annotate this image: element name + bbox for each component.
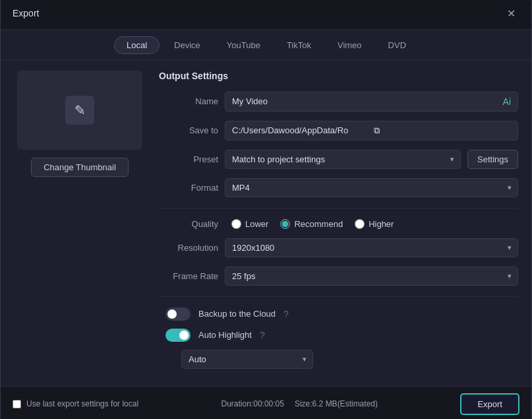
format-select-wrap: MP4 ▾: [225, 178, 518, 197]
duration-label: Duration:: [222, 399, 254, 408]
auto-highlight-slider: [165, 329, 191, 342]
frame-rate-select-wrap: 25 fps ▾: [225, 267, 518, 286]
path-value: C:/Users/Dawood/AppData/Ro: [232, 125, 370, 135]
quality-label: Quality: [159, 219, 218, 229]
left-panel: ✎ Change Thumbnail: [14, 71, 146, 375]
preset-label: Preset: [159, 154, 218, 164]
thumbnail-preview: ✎: [17, 71, 142, 150]
quality-lower-radio[interactable]: [231, 219, 241, 229]
tab-tiktok[interactable]: TikTok: [275, 37, 323, 53]
name-row: Name Ai: [159, 92, 518, 112]
auto-select[interactable]: Auto: [181, 350, 313, 369]
quality-recommend[interactable]: Recommend: [280, 219, 343, 229]
auto-highlight-toggle[interactable]: [165, 329, 191, 342]
export-button[interactable]: Export: [460, 393, 519, 415]
quality-higher[interactable]: Higher: [355, 219, 394, 229]
name-label: Name: [159, 96, 218, 106]
size-value: 6.2 MB(Estimated): [312, 399, 378, 408]
footer: Use last export settings for local Durat…: [1, 386, 531, 420]
auto-select-wrap: Auto ▾: [181, 350, 313, 369]
auto-highlight-row: Auto Highlight ?: [159, 329, 518, 342]
section-title: Output Settings: [159, 71, 518, 81]
folder-icon[interactable]: ⧉: [374, 125, 512, 136]
auto-highlight-help-icon[interactable]: ?: [260, 330, 265, 340]
format-row: Format MP4 ▾: [159, 178, 518, 197]
quality-higher-label: Higher: [369, 219, 394, 229]
size-text: Size:6.2 MB(Estimated): [295, 399, 378, 408]
auto-select-row: Auto ▾: [159, 350, 518, 369]
pencil-icon: ✎: [65, 96, 94, 125]
backup-row: Backup to the Cloud ?: [159, 307, 518, 321]
quality-recommend-radio[interactable]: [280, 219, 290, 229]
frame-rate-label: Frame Rate: [159, 271, 218, 281]
resolution-row: Resolution 1920x1080 ▾: [159, 238, 518, 257]
quality-lower[interactable]: Lower: [231, 219, 268, 229]
name-input[interactable]: [232, 96, 499, 106]
auto-highlight-label: Auto Highlight: [198, 330, 252, 340]
frame-rate-select[interactable]: 25 fps: [225, 267, 518, 286]
name-input-wrap: Ai: [225, 92, 518, 112]
save-to-label: Save to: [159, 125, 218, 135]
tab-youtube[interactable]: YouTube: [215, 37, 272, 53]
format-label: Format: [159, 183, 218, 193]
preset-select-wrap: Match to project settings ▾: [225, 150, 461, 169]
tab-vimeo[interactable]: Vimeo: [326, 37, 374, 53]
resolution-label: Resolution: [159, 243, 218, 253]
export-dialog: Export ✕ Local Device YouTube TikTok Vim…: [0, 0, 532, 419]
quality-recommend-label: Recommend: [294, 219, 343, 229]
backup-slider: [165, 307, 191, 321]
change-thumbnail-button[interactable]: Change Thumbnail: [31, 158, 129, 177]
divider-2: [159, 296, 518, 297]
last-settings-label: Use last export settings for local: [26, 399, 138, 408]
preset-select[interactable]: Match to project settings: [225, 150, 461, 169]
tabs-bar: Local Device YouTube TikTok Vimeo DVD: [1, 30, 531, 60]
ai-icon: Ai: [503, 96, 511, 107]
save-to-row: Save to C:/Users/Dawood/AppData/Ro ⧉: [159, 121, 518, 141]
frame-rate-row: Frame Rate 25 fps ▾: [159, 267, 518, 286]
footer-left: Use last export settings for local: [13, 399, 138, 408]
content-area: ✎ Change Thumbnail Output Settings Name …: [1, 60, 531, 386]
quality-row: Quality Lower Recommend Higher: [159, 219, 518, 229]
last-settings-checkbox[interactable]: [13, 400, 21, 408]
resolution-select-wrap: 1920x1080 ▾: [225, 238, 518, 257]
duration-text: Duration:00:00:05: [222, 399, 284, 408]
path-input-wrap: C:/Users/Dawood/AppData/Ro ⧉: [225, 121, 518, 141]
quality-radio-group: Lower Recommend Higher: [231, 219, 394, 229]
backup-toggle[interactable]: [165, 307, 191, 321]
right-panel: Output Settings Name Ai Save to C:/Users…: [159, 71, 518, 375]
tab-local[interactable]: Local: [114, 36, 160, 54]
format-select[interactable]: MP4: [225, 178, 518, 197]
size-label: Size:: [295, 399, 312, 408]
close-button[interactable]: ✕: [503, 6, 519, 21]
tab-device[interactable]: Device: [162, 37, 212, 53]
pencil-symbol: ✎: [74, 102, 86, 118]
backup-help-icon[interactable]: ?: [283, 309, 289, 319]
preset-row: Preset Match to project settings ▾ Setti…: [159, 150, 518, 169]
dialog-title: Export: [13, 8, 39, 18]
quality-higher-radio[interactable]: [355, 219, 365, 229]
duration-value: 00:00:05: [253, 399, 284, 408]
settings-button[interactable]: Settings: [467, 150, 518, 169]
title-bar: Export ✕: [1, 0, 531, 30]
tab-dvd[interactable]: DVD: [376, 37, 418, 53]
divider-1: [159, 208, 518, 209]
footer-center: Duration:00:00:05 Size:6.2 MB(Estimated): [222, 399, 378, 408]
resolution-select[interactable]: 1920x1080: [225, 238, 518, 257]
backup-label: Backup to the Cloud: [198, 309, 276, 319]
quality-lower-label: Lower: [245, 219, 268, 229]
